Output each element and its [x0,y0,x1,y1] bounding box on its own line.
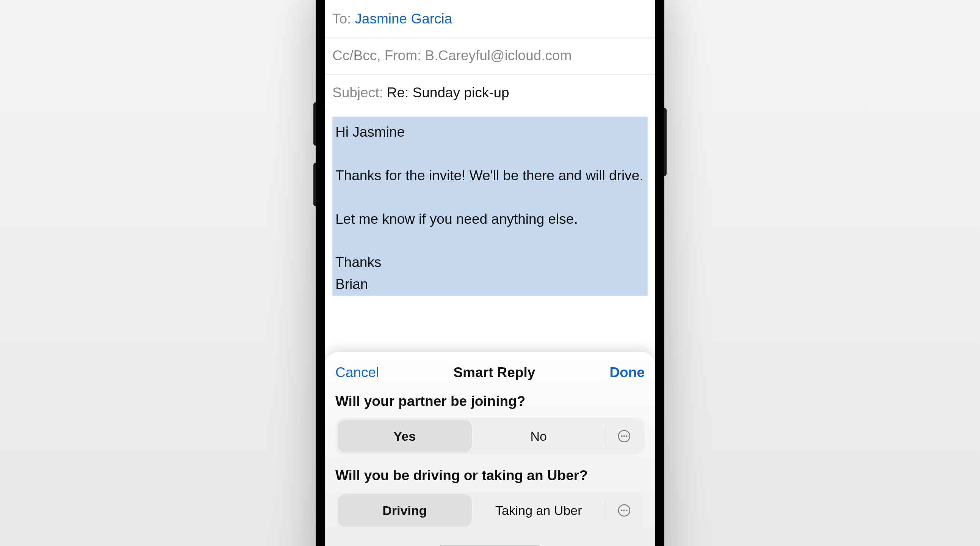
svg-point-2 [624,435,625,437]
subject-value[interactable]: Re: Sunday pick-up [387,84,509,101]
svg-point-7 [626,509,627,511]
question-prompt: Will your partner be joining? [336,394,644,410]
done-button[interactable]: Done [609,365,644,381]
question-prompt: Will you be driving or taking an Uber? [336,468,644,484]
option-taking-uber[interactable]: Taking an Uber [472,494,606,527]
side-button-volume-up [313,102,316,146]
svg-point-1 [621,435,622,437]
more-options-button[interactable] [606,420,642,452]
to-label: To: [332,11,351,27]
screen: To: Jasmine Garcia Cc/Bcc, From: B.Carey… [325,0,655,546]
from-address[interactable]: B.Careyful@icloud.com [425,47,571,64]
sheet-header: Cancel Smart Reply Done [332,365,648,381]
svg-point-6 [624,509,625,511]
option-no[interactable]: No [472,420,606,452]
compose-body-text[interactable]: Hi Jasmine Thanks for the invite! We'll … [336,121,644,295]
to-field-row[interactable]: To: Jasmine Garcia [325,0,655,38]
phone-frame: To: Jasmine Garcia Cc/Bcc, From: B.Carey… [316,0,664,546]
ellipsis-circle-icon [618,430,631,443]
question-block-partner: Will your partner be joining? Yes No [332,394,648,455]
ccbcc-from-label: Cc/Bcc, From: [332,47,421,64]
to-recipient-chip[interactable]: Jasmine Garcia [355,11,452,27]
cancel-button[interactable]: Cancel [336,365,379,381]
subject-label: Subject: [332,84,383,101]
side-button-power [664,108,667,176]
more-options-button[interactable] [606,494,642,527]
side-button-volume-down [313,163,316,206]
question-block-transport: Will you be driving or taking an Uber? D… [332,468,648,529]
segmented-control-transport: Driving Taking an Uber [336,492,644,529]
subject-field-row[interactable]: Subject: Re: Sunday pick-up [325,75,655,111]
option-yes[interactable]: Yes [338,420,472,452]
svg-point-5 [621,509,622,511]
text-selection[interactable]: Hi Jasmine Thanks for the invite! We'll … [332,117,648,296]
ccbcc-from-field-row[interactable]: Cc/Bcc, From: B.Careyful@icloud.com [325,38,655,74]
ellipsis-circle-icon [618,504,631,517]
segmented-control-partner: Yes No [336,417,644,455]
option-driving[interactable]: Driving [338,494,472,527]
smart-reply-sheet: Cancel Smart Reply Done Will your partne… [325,352,655,546]
compose-body[interactable]: Hi Jasmine Thanks for the invite! We'll … [325,111,655,305]
svg-point-3 [626,435,627,437]
sheet-title: Smart Reply [453,365,535,381]
